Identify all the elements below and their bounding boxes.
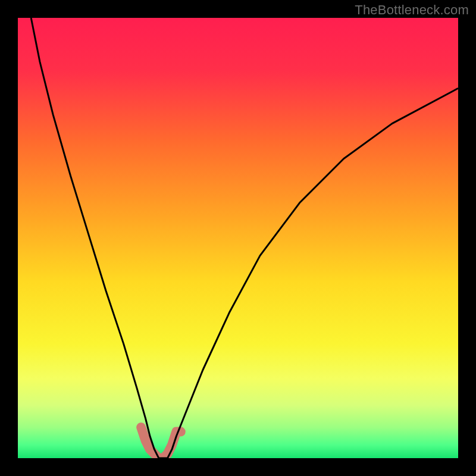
bottleneck-curve-path — [31, 18, 458, 458]
chart-frame: TheBottleneck.com — [0, 0, 476, 476]
plot-area — [18, 18, 458, 458]
chart-svg — [18, 18, 458, 458]
watermark-text: TheBottleneck.com — [355, 2, 469, 18]
